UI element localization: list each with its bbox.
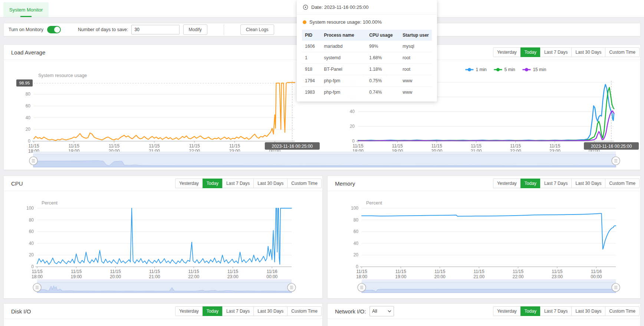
time-filter-custom-time[interactable]: Custom Time xyxy=(605,306,640,316)
svg-text:11/15: 11/15 xyxy=(188,269,199,274)
time-filter-last-30-days[interactable]: Last 30 Days xyxy=(253,179,288,188)
svg-text:18:00: 18:00 xyxy=(356,274,367,279)
svg-text:11/15: 11/15 xyxy=(471,143,482,149)
svg-text:60: 60 xyxy=(354,229,359,234)
datazoom-handle-left[interactable] xyxy=(33,283,41,292)
process-cell: mariadbd xyxy=(321,41,366,52)
time-filter-today[interactable]: Today xyxy=(520,306,540,316)
svg-text:80: 80 xyxy=(26,92,31,97)
svg-text:11/16: 11/16 xyxy=(591,269,602,274)
svg-text:11/15: 11/15 xyxy=(229,143,240,149)
svg-text:40: 40 xyxy=(350,109,355,114)
network-interface-value: All xyxy=(372,309,377,314)
datazoom-handle-right[interactable] xyxy=(288,283,296,292)
load-time-filter: YesterdayTodayLast 7 DaysLast 30 DaysCus… xyxy=(493,47,640,57)
svg-text:11/15: 11/15 xyxy=(149,143,160,149)
time-filter-last-7-days[interactable]: Last 7 Days xyxy=(540,47,572,57)
toolbar-divider xyxy=(224,24,224,35)
cpu-chart[interactable]: 02040608010011/1518:0011/1519:0011/1520:… xyxy=(3,193,323,299)
svg-text:11/15: 11/15 xyxy=(513,269,523,274)
process-table-header: Process name xyxy=(321,30,366,41)
svg-text:00:00: 00:00 xyxy=(591,274,602,279)
memory-chart[interactable]: 02040608010011/1518:0011/1519:0011/1520:… xyxy=(327,193,641,299)
svg-text:22:00: 22:00 xyxy=(513,274,524,279)
network-interface-select[interactable]: All xyxy=(369,306,394,316)
cpu-time-filter: YesterdayTodayLast 7 DaysLast 30 DaysCus… xyxy=(175,179,322,188)
clean-logs-button[interactable]: Clean Logs xyxy=(240,24,274,35)
datazoom-handle-left[interactable] xyxy=(358,283,366,292)
svg-text:11/15: 11/15 xyxy=(71,269,82,274)
time-filter-today[interactable]: Today xyxy=(203,306,223,316)
days-to-save-label: Number of days to save: xyxy=(78,27,128,32)
time-filter-last-30-days[interactable]: Last 30 Days xyxy=(253,306,288,316)
svg-text:11/15: 11/15 xyxy=(227,269,238,274)
svg-text:20: 20 xyxy=(354,252,359,257)
time-filter-yesterday[interactable]: Yesterday xyxy=(175,306,203,316)
tooltip-date-row: Date: 2023-11-16 00:25:00 xyxy=(297,0,437,14)
time-filter-yesterday[interactable]: Yesterday xyxy=(493,179,521,188)
svg-text:11/15: 11/15 xyxy=(431,143,442,149)
time-filter-custom-time[interactable]: Custom Time xyxy=(605,47,640,57)
time-filter-custom-time[interactable]: Custom Time xyxy=(605,179,640,188)
time-filter-today[interactable]: Today xyxy=(520,47,540,57)
datazoom-handle-right[interactable] xyxy=(612,283,620,292)
datazoom-handle-left[interactable] xyxy=(29,157,37,165)
time-filter-last-30-days[interactable]: Last 30 Days xyxy=(571,179,605,188)
process-cell: 1.18% xyxy=(366,64,400,75)
svg-text:11/15: 11/15 xyxy=(549,143,560,149)
time-filter-today[interactable]: Today xyxy=(203,179,223,188)
svg-text:80: 80 xyxy=(29,217,34,223)
svg-text:0: 0 xyxy=(352,139,355,144)
svg-text:11/15: 11/15 xyxy=(434,269,445,274)
time-filter-last-7-days[interactable]: Last 7 Days xyxy=(540,306,572,316)
tab-label: System Monitor xyxy=(9,7,43,13)
time-filter-yesterday[interactable]: Yesterday xyxy=(175,179,203,188)
process-cell: 1983 xyxy=(302,87,321,98)
process-cell: BT-Panel xyxy=(321,64,366,75)
svg-text:11/15: 11/15 xyxy=(109,143,119,149)
process-cell: 0.75% xyxy=(366,75,400,87)
time-filter-custom-time[interactable]: Custom Time xyxy=(287,306,322,316)
time-filter-last-30-days[interactable]: Last 30 Days xyxy=(571,47,605,57)
time-filter-last-7-days[interactable]: Last 7 Days xyxy=(540,179,572,188)
tooltip-date: Date: 2023-11-16 00:25:00 xyxy=(311,4,368,10)
time-filter-custom-time[interactable]: Custom Time xyxy=(287,179,322,188)
process-cell: 0.74% xyxy=(366,87,400,98)
time-filter-last-30-days[interactable]: Last 30 Days xyxy=(571,306,605,316)
memory-header: Memory YesterdayTodayLast 7 DaysLast 30 … xyxy=(328,176,640,191)
svg-text:11/15: 11/15 xyxy=(149,269,160,274)
network-time-filter: YesterdayTodayLast 7 DaysLast 30 DaysCus… xyxy=(493,306,640,316)
svg-text:40: 40 xyxy=(29,241,34,246)
svg-text:20: 20 xyxy=(29,252,34,257)
svg-text:100: 100 xyxy=(26,206,34,211)
modify-button[interactable]: Modify xyxy=(183,24,207,35)
svg-text:11/15: 11/15 xyxy=(552,269,562,274)
svg-text:20: 20 xyxy=(26,127,31,132)
cpu-title: CPU xyxy=(11,180,23,187)
days-to-save-input[interactable] xyxy=(131,25,180,34)
svg-text:22:00: 22:00 xyxy=(188,274,199,279)
time-filter-today[interactable]: Today xyxy=(520,179,540,188)
process-row: 1794php-fpm0.75%www xyxy=(302,75,432,87)
svg-text:11/15: 11/15 xyxy=(32,269,42,274)
svg-text:20:00: 20:00 xyxy=(110,274,121,279)
legend-item-15-min[interactable]: 15 min xyxy=(522,67,546,72)
memory-title: Memory xyxy=(335,180,355,187)
svg-text:80: 80 xyxy=(354,217,359,223)
process-cell: systemd xyxy=(321,52,366,64)
network-io-header: Network I/O: All YesterdayTodayLast 7 Da… xyxy=(328,304,640,319)
time-filter-yesterday[interactable]: Yesterday xyxy=(493,47,521,57)
toggle-knob xyxy=(54,27,60,33)
svg-text:0: 0 xyxy=(28,139,30,144)
datazoom-handle-right[interactable] xyxy=(612,157,620,165)
svg-text:2023-11-16 00:25:00: 2023-11-16 00:25:00 xyxy=(272,144,313,149)
monitor-toggle[interactable] xyxy=(47,26,61,33)
legend-item-1-min[interactable]: 1 min xyxy=(465,67,486,72)
load-average-title: Load Average xyxy=(11,49,45,56)
time-filter-yesterday[interactable]: Yesterday xyxy=(493,306,521,316)
time-filter-last-7-days[interactable]: Last 7 Days xyxy=(222,179,254,188)
time-filter-last-7-days[interactable]: Last 7 Days xyxy=(222,306,254,316)
svg-text:11/15: 11/15 xyxy=(28,143,39,149)
legend-item-5-min[interactable]: 5 min xyxy=(494,67,515,72)
tab-system-monitor[interactable]: System Monitor xyxy=(3,2,49,17)
